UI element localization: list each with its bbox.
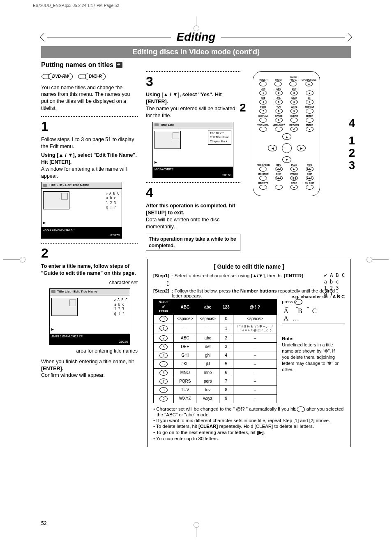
step1-label: [Step1] — [153, 273, 169, 278]
dotted-rule — [41, 243, 138, 244]
chapter-title: Editing — [171, 30, 221, 44]
nav-icon — [116, 62, 122, 68]
step-4-number: 4 — [146, 184, 240, 202]
guide-note: Note: Undefined letters in a title name … — [282, 336, 339, 372]
finish-text: When you finish entering a title name, h… — [41, 358, 138, 379]
print-header: E6720UD_ENSP.qx3 05.2.24 1:17 PM Page 52 — [33, 3, 119, 8]
remote-control: POWERZOOMTIMER PROG.OPEN/CLOSE▲.@/:1ABC2… — [253, 71, 320, 196]
crop-mark-right — [372, 259, 389, 260]
step-1-number: 1 — [41, 118, 138, 135]
step2-label: [Step2] — [153, 288, 169, 298]
screenshot-title-list: Title List Title Delete Edit Title Name … — [152, 122, 233, 178]
step1-text: Select a desired character set using [▲/… — [174, 273, 304, 278]
crop-mark-top — [196, 16, 196, 26]
sub-heading-bar: Editing discs in Video mode (cont'd) — [41, 46, 351, 58]
guide-bullets: Character set will be changed to the " @… — [153, 406, 345, 441]
step-4-action: After this operation is completed, hit [… — [146, 202, 240, 216]
dotted-rule — [41, 116, 138, 117]
crop-mark-bottom — [196, 528, 196, 537]
guide-box: [ Guide to edit title name ] [Step1] : S… — [147, 259, 351, 447]
charset-preview: A B C a b c 1 2 3 @ ! ? — [324, 272, 345, 298]
warning-note: This operation may take a while to be co… — [146, 234, 240, 251]
step-4-desc: Data will be written onto the disc momen… — [146, 216, 240, 230]
dotted-rule — [146, 182, 240, 183]
page-number: 52 — [41, 520, 46, 526]
step-3-desc: The name you entered will be activated f… — [146, 105, 240, 119]
screenshot-edit-title: Title List - Edit Title Name A B C a b c… — [41, 182, 122, 238]
character-table: Select ✔Press ABC abc 123 @ ! ? 0<space>… — [153, 299, 277, 403]
step-2-text: To enter a title name, follow steps of "… — [41, 263, 138, 277]
crop-mark-left — [3, 259, 20, 260]
chapter-rule: Editing — [41, 30, 351, 44]
intro-text: You can name titles and change the names… — [41, 84, 138, 112]
section-title: Putting names on titles — [41, 61, 351, 69]
step-1-desc: A window for entering a title name will … — [41, 166, 138, 180]
entry-area-label: area for entering title names — [41, 348, 138, 354]
screenshot-edit-title-2: Title List - Edit Title Name A B C a b c… — [49, 288, 130, 345]
character-set-label: character set — [41, 279, 138, 286]
callout-2: 2 — [240, 100, 246, 116]
dotted-rule — [146, 71, 240, 72]
callout-3: 3 — [348, 158, 355, 173]
step-2-number: 2 — [41, 244, 138, 262]
step-1-text: Follow steps 1 to 3 on page 51 to displa… — [41, 136, 138, 150]
press-example: press 2 ⌢⌢⌢ A B C A… — [282, 299, 345, 323]
step-1-action: Using [▲ / ▼], select "Edit Title Name".… — [41, 152, 138, 166]
disc-badges: DVD-RW DVD-R — [48, 73, 138, 80]
step-3-action: Using [▲ / ▼], select "Yes". Hit [ENTER]… — [146, 91, 240, 105]
step-3-number: 3 — [146, 73, 240, 91]
guide-title: [ Guide to edit title name ] — [153, 263, 345, 270]
updown-arrow-icon: ↕ — [166, 280, 345, 286]
callout-4: 4 — [348, 116, 355, 131]
